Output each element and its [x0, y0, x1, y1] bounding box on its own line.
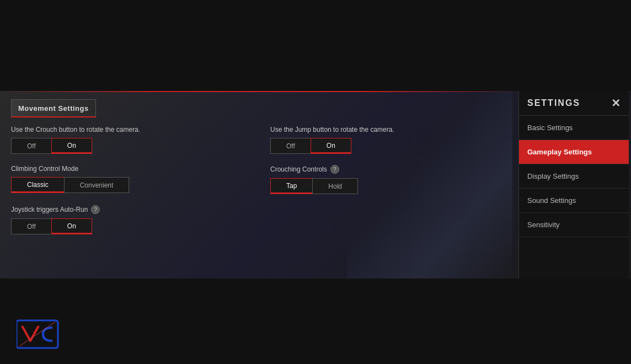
settings-grid: Use the Crouch button to rotate the came…	[11, 126, 507, 234]
sidebar-item-sound-settings[interactable]: Sound Settings	[519, 189, 629, 213]
svg-line-1	[19, 322, 55, 346]
sidebar-item-basic-settings[interactable]: Basic Settings	[519, 116, 629, 140]
red-line-decoration	[0, 91, 521, 92]
close-icon[interactable]: ✕	[611, 97, 621, 110]
auto-run-on-button[interactable]: On	[51, 218, 92, 234]
setting-crouching-controls: Crouching Controls ? Tap Hold	[270, 165, 507, 194]
sidebar: SETTINGS ✕ Basic Settings Gameplay Setti…	[518, 91, 629, 279]
sidebar-header: SETTINGS ✕	[519, 91, 629, 116]
vc-logo	[17, 318, 61, 351]
crouching-controls-help-icon[interactable]: ?	[330, 165, 339, 174]
auto-run-label: Joystick triggers Auto-Run ?	[11, 205, 248, 214]
crouching-hold-button[interactable]: Hold	[312, 178, 358, 194]
bottom-bar	[0, 279, 631, 364]
setting-climbing-control: Climbing Control Mode Classic Convenient	[11, 165, 248, 194]
crouch-rotate-off-button[interactable]: Off	[11, 138, 51, 154]
crouch-rotate-toggle: Off On	[11, 138, 248, 154]
sidebar-title: SETTINGS	[527, 98, 580, 108]
crouching-tap-button[interactable]: Tap	[270, 178, 312, 194]
setting-jump-rotate: Use the Jump button to rotate the camera…	[270, 126, 507, 154]
jump-rotate-off-button[interactable]: Off	[270, 138, 311, 154]
sidebar-item-gameplay-settings[interactable]: Gameplay Settings	[519, 140, 629, 164]
crouching-controls-toggle: Tap Hold	[270, 178, 507, 194]
logo-area	[17, 318, 61, 353]
setting-auto-run: Joystick triggers Auto-Run ? Off On	[11, 205, 248, 234]
auto-run-off-button[interactable]: Off	[11, 218, 51, 234]
jump-rotate-toggle: Off On	[270, 138, 507, 154]
top-bar	[0, 0, 631, 91]
jump-rotate-on-button[interactable]: On	[311, 138, 351, 154]
main-area: Movement Settings Use the Crouch button …	[0, 91, 631, 279]
jump-rotate-label: Use the Jump button to rotate the camera…	[270, 126, 507, 133]
crouching-controls-label: Crouching Controls ?	[270, 165, 507, 174]
climbing-classic-button[interactable]: Classic	[11, 177, 64, 193]
sidebar-item-display-settings[interactable]: Display Settings	[519, 164, 629, 189]
crouch-rotate-on-button[interactable]: On	[51, 138, 92, 154]
crouch-rotate-label: Use the Crouch button to rotate the came…	[11, 126, 248, 133]
sidebar-item-sensitivity[interactable]: Sensitivity	[519, 213, 629, 237]
panel-title: Movement Settings	[18, 104, 89, 113]
auto-run-help-icon[interactable]: ?	[91, 205, 100, 214]
climbing-convenient-button[interactable]: Convenient	[64, 177, 130, 193]
climbing-control-label: Climbing Control Mode	[11, 165, 248, 173]
settings-panel: Movement Settings Use the Crouch button …	[0, 91, 518, 279]
climbing-control-toggle: Classic Convenient	[11, 177, 248, 193]
setting-crouch-rotate: Use the Crouch button to rotate the came…	[11, 126, 248, 154]
auto-run-toggle: Off On	[11, 218, 248, 234]
panel-header: Movement Settings	[11, 99, 96, 117]
